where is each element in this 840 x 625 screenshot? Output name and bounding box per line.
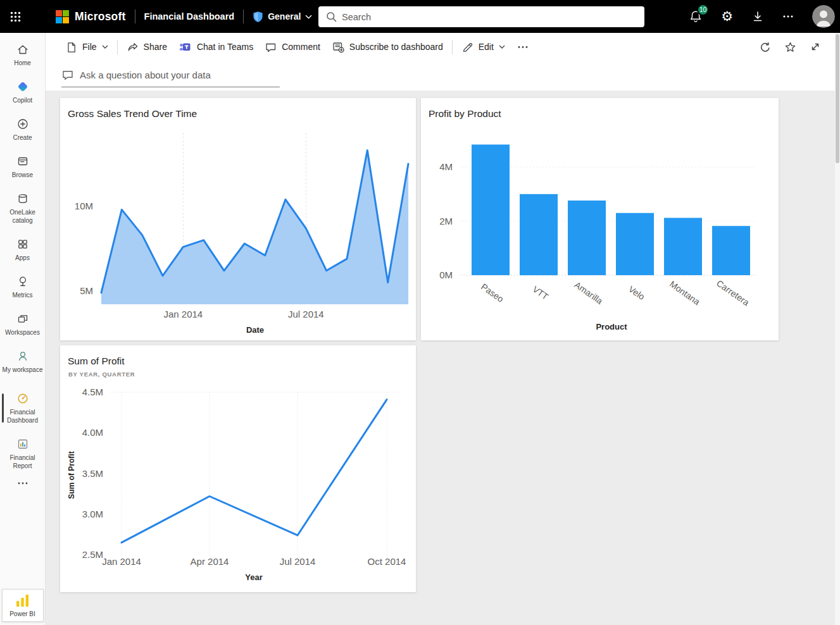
search-input[interactable] [342, 12, 637, 22]
download-icon [751, 10, 764, 23]
chat-in-teams-button[interactable]: Chat in Teams [173, 37, 259, 57]
vertical-scrollbar-track[interactable] [835, 33, 840, 625]
onelake-database-icon [16, 192, 29, 205]
chevron-down-icon [305, 15, 312, 19]
fullscreen-expand-button[interactable] [805, 36, 826, 58]
subscribe-icon [332, 40, 344, 53]
ellipsis-icon [782, 15, 794, 18]
create-plus-icon [16, 118, 29, 130]
svg-text:5M: 5M [80, 285, 93, 296]
person-icon [16, 350, 29, 362]
browse-icon [16, 155, 29, 168]
topbar-more-button[interactable] [782, 15, 794, 18]
sidebar-item-create[interactable]: Create [1, 111, 45, 147]
chevron-down-icon [102, 45, 108, 49]
area-chart-gross-sales: Jan 2014Jul 20145M10MDate [60, 98, 416, 340]
sidebar-item-my-workspace[interactable]: My workspace [1, 343, 45, 380]
file-menu-button[interactable]: File [60, 37, 114, 57]
power-bi-label: Power BI [9, 610, 35, 617]
waffle-menu-button[interactable] [0, 0, 30, 33]
sidebar-item-apps[interactable]: Apps [1, 232, 45, 268]
speech-bubble-icon [61, 68, 74, 81]
person-avatar-icon [812, 5, 835, 28]
svg-text:Velo: Velo [627, 284, 647, 302]
sidebar-item-browse[interactable]: Browse [1, 149, 45, 185]
svg-text:Sum of Profit: Sum of Profit [67, 451, 76, 498]
microsoft-logo-icon [56, 10, 69, 23]
home-icon [16, 43, 29, 56]
sidebar-item-onelake-catalog[interactable]: OneLake catalog [1, 186, 45, 230]
sidebar-item-workspaces[interactable]: Workspaces [1, 306, 45, 342]
dashboard-toolbar: File Share Chat in Teams Comment [46, 33, 835, 61]
sidebar-more-button[interactable] [13, 478, 32, 488]
tile-gross-sales-trend[interactable]: Gross Sales Trend Over Time Jan 2014Jul … [60, 98, 416, 340]
ellipsis-icon [16, 481, 29, 485]
bar-chart-profit-by-product: 0M2M4MPaseoVTTAmarillaVeloMontanaCarrete… [421, 98, 779, 340]
power-bi-logo-icon [15, 593, 30, 609]
svg-text:VTT: VTT [530, 284, 550, 302]
refresh-icon [759, 41, 771, 53]
svg-text:Year: Year [245, 572, 262, 582]
left-nav-rail: Home Copilot Create Browse OneLake catal… [0, 33, 46, 625]
svg-text:Paseo: Paseo [479, 282, 506, 304]
share-button[interactable]: Share [121, 37, 173, 57]
tile-profit-by-product[interactable]: Profit by Product 0M2M4MPaseoVTTAmarilla… [421, 98, 779, 340]
edit-button[interactable]: Edit [456, 37, 511, 57]
svg-text:Amarilla: Amarilla [573, 280, 605, 306]
svg-text:Jan 2014: Jan 2014 [163, 309, 203, 319]
toolbar-separator [117, 40, 118, 54]
toolbar-separator [452, 40, 453, 54]
qna-input[interactable] [80, 70, 280, 80]
line-chart-sum-of-profit: 2.5M3.0M3.5M4.0M4.5MJan 2014Apr 2014Jul … [60, 345, 416, 592]
svg-text:Apr 2014: Apr 2014 [191, 556, 229, 567]
sidebar-item-financial-report[interactable]: Financial Report [1, 431, 45, 476]
chevron-down-icon [499, 45, 505, 49]
toolbar-right-actions [754, 36, 826, 58]
copilot-icon [16, 80, 29, 93]
shield-icon [253, 11, 263, 23]
apps-grid-icon [16, 238, 29, 251]
svg-text:Jan 2014: Jan 2014 [102, 556, 141, 567]
topbar-divider [243, 9, 244, 23]
svg-text:2.5M: 2.5M [82, 549, 103, 560]
svg-text:Montana: Montana [668, 279, 702, 307]
svg-text:3.5M: 3.5M [82, 468, 103, 479]
gear-icon: ⚙ [721, 10, 733, 23]
sidebar-item-financial-dashboard[interactable]: Financial Dashboard [1, 386, 45, 430]
settings-button[interactable]: ⚙ [721, 10, 733, 23]
favorite-button[interactable] [779, 36, 801, 58]
ellipsis-icon [517, 46, 529, 49]
notifications-button[interactable]: 10 [689, 9, 703, 23]
microsoft-brand[interactable]: Microsoft [56, 10, 126, 23]
vertical-scrollbar-thumb[interactable] [836, 34, 839, 163]
brand-name: Microsoft [75, 10, 126, 23]
workspace-selector[interactable]: General [253, 11, 312, 23]
svg-text:Oct 2014: Oct 2014 [368, 556, 406, 567]
account-avatar[interactable] [812, 5, 835, 28]
tile-sum-of-profit[interactable]: Sum of Profit BY YEAR, QUARTER 2.5M3.0M3… [60, 345, 416, 592]
report-chart-icon [16, 438, 29, 450]
dashboard-canvas: Gross Sales Trend Over Time Jan 2014Jul … [46, 90, 835, 625]
page-title: Financial Dashboard [144, 11, 235, 22]
subscribe-button[interactable]: Subscribe to dashboard [326, 37, 449, 57]
global-search [318, 6, 644, 27]
sidebar-item-metrics[interactable]: Metrics [1, 269, 45, 305]
svg-text:4.0M: 4.0M [82, 427, 103, 438]
svg-text:4M: 4M [439, 161, 453, 172]
svg-text:Jul 2014: Jul 2014 [280, 556, 316, 567]
toolbar-more-button[interactable] [511, 42, 535, 53]
refresh-button[interactable] [754, 36, 775, 58]
svg-text:10M: 10M [75, 201, 93, 211]
power-bi-switcher[interactable]: Power BI [2, 589, 44, 622]
sidebar-item-copilot[interactable]: Copilot [1, 74, 45, 110]
sidebar-item-home[interactable]: Home [1, 37, 45, 73]
qna-ask-question [61, 68, 280, 87]
svg-text:Date: Date [246, 325, 264, 335]
comment-button[interactable]: Comment [259, 37, 326, 57]
favorite-star-icon [784, 41, 796, 53]
download-button[interactable] [751, 10, 764, 23]
teams-icon [179, 40, 192, 53]
svg-text:Carretera: Carretera [715, 278, 751, 307]
waffle-icon [10, 11, 21, 22]
search-icon [326, 11, 337, 22]
